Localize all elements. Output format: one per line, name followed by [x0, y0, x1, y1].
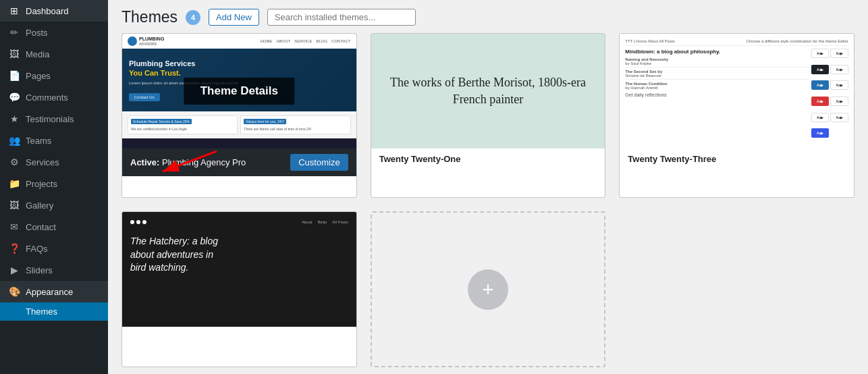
preview-2023-sub: Get daily reflections: [625, 92, 809, 97]
hatchery-nav: About Birds All Posts: [130, 220, 348, 224]
nav-item: ABOUT: [277, 39, 291, 43]
plumbing-service-card: Schedule Repair Service & Save 25% We ar…: [128, 115, 238, 134]
sidebar-item-testimonials[interactable]: ★ Testimonials: [0, 108, 108, 130]
plumbing-logo: PLUMBINGADVISORS: [128, 36, 164, 46]
swatch-3: Aa▶: [811, 65, 830, 74]
projects-icon: 📁: [8, 178, 20, 189]
plumbing-services: Schedule Repair Service & Save 25% We ar…: [122, 111, 356, 138]
preview-2023-content: Mindblown: a blog about philosophy. Nami…: [625, 49, 848, 143]
preview-2023-top: TTT | Home About All Posts Choose a diff…: [625, 39, 848, 46]
sidebar-item-faqs[interactable]: ❓ FAQs: [0, 238, 108, 259]
sidebar-item-label: Comments: [26, 92, 68, 103]
theme-card-plumbing[interactable]: PLUMBINGADVISORS HOME ABOUT SERVICE BLOG…: [121, 33, 357, 198]
services-icon: ⚙: [8, 157, 20, 167]
preview-2023-main-title: Mindblown: a blog about philosophy.: [625, 49, 809, 55]
sidebar-item-services[interactable]: ⚙ Services: [0, 151, 108, 173]
swatch-6: Aa▶: [830, 80, 848, 90]
sidebar-item-sliders[interactable]: ▶ Sliders: [0, 259, 108, 281]
theme-name-bar-2021: Twenty Twenty-One: [371, 149, 605, 169]
preview-2023-bg: TTT | Home About All Posts Choose a diff…: [620, 34, 854, 149]
sidebar-item-teams[interactable]: 👥 Teams: [0, 130, 108, 151]
swatch-7: Aa▶: [811, 97, 830, 106]
theme-card-hatchery[interactable]: About Birds All Posts The Hatchery: a bl…: [121, 211, 357, 367]
add-theme-icon: +: [468, 269, 508, 310]
sidebar-item-media[interactable]: 🖼 Media: [0, 43, 108, 65]
posts-icon: ✏: [8, 27, 20, 38]
sidebar-item-label: Teams: [26, 136, 51, 146]
sliders-icon: ▶: [8, 265, 20, 275]
sidebar-item-comments[interactable]: 💬 Comments: [0, 86, 108, 108]
active-theme-name: Plumbing Agency Pro: [162, 157, 246, 167]
sidebar-item-label: Contact: [26, 222, 56, 232]
plumbing-cta-btn[interactable]: Contact Us: [129, 93, 160, 101]
theme-preview-2021: The works of Berthe Morisot, 1800s-era F…: [371, 34, 605, 149]
sidebar-item-label: Sliders: [26, 265, 53, 275]
contact-icon: ✉: [8, 221, 20, 232]
comments-icon: 💬: [8, 92, 20, 103]
page-title: Themes: [121, 8, 178, 26]
add-theme-card[interactable]: +: [371, 211, 606, 367]
nav-item: HOME: [261, 39, 273, 43]
plumbing-logo-icon: [128, 36, 137, 46]
teams-icon: 👥: [8, 135, 20, 146]
swatch-2: Aa▶: [830, 49, 848, 58]
appearance-icon: 🎨: [8, 286, 20, 297]
theme-card-2023[interactable]: TTT | Home About All Posts Choose a diff…: [619, 33, 855, 198]
sidebar-item-posts[interactable]: ✏ Posts: [0, 22, 108, 43]
testimonials-icon: ★: [8, 113, 20, 124]
sidebar-item-dashboard[interactable]: ⊞ Dashboard: [0, 0, 108, 22]
hatchery-preview-title: The Hatchery: a blogabout adventures inb…: [130, 235, 348, 275]
sidebar-item-label: Projects: [26, 179, 57, 189]
themes-grid: PLUMBINGADVISORS HOME ABOUT SERVICE BLOG…: [108, 33, 868, 374]
theme-details-overlay[interactable]: Theme Details: [184, 78, 294, 105]
sidebar-item-themes[interactable]: Themes: [0, 302, 108, 321]
theme-name-bar-2023: Twenty Twenty-Three: [620, 149, 854, 169]
sidebar-item-pages[interactable]: 📄 Pages: [0, 65, 108, 86]
theme-active-footer: Active: Plumbing Agency Pro Customize: [122, 149, 356, 176]
preview-hatchery-bg: About Birds All Posts The Hatchery: a bl…: [122, 212, 356, 327]
plumbing-logo-text: PLUMBINGADVISORS: [139, 36, 164, 46]
sidebar-item-appearance[interactable]: 🎨 Appearance: [0, 281, 108, 302]
theme-card-2021[interactable]: The works of Berthe Morisot, 1800s-era F…: [371, 33, 606, 198]
swatch-4: Aa▶: [830, 65, 848, 74]
sidebar-item-label: Pages: [26, 71, 51, 81]
swatch-1: Aa▶: [811, 49, 830, 58]
sidebar-sub-label: Themes: [26, 306, 57, 317]
sidebar-item-gallery[interactable]: 🖼 Gallery: [0, 194, 108, 216]
hatchery-nav-links: About Birds All Posts: [302, 220, 348, 224]
preview-2023-right: Aa▶ Aa▶ Aa▶ Aa▶ Aa▶ Aa▶ Aa▶ Aa▶ Aa▶ Aa▶ …: [811, 49, 848, 143]
swatch-9: Aa▶: [811, 113, 830, 122]
service-badge-2: Always here for you, 24/7: [244, 119, 286, 124]
swatch-5: Aa▶: [811, 80, 830, 90]
theme-name-bar-hatchery: [122, 327, 356, 338]
plumbing-nav: HOME ABOUT SERVICE BLOG CONTACT: [261, 39, 351, 43]
plumbing-hero-title: Plumbing ServicesYou Can Trust.: [129, 59, 350, 78]
nav-item: BLOG: [316, 39, 327, 43]
preview-2023-posts: Naming and Necessityby Saul Kripke The S…: [625, 57, 809, 90]
logo-dot-2: [136, 220, 140, 224]
search-input[interactable]: [267, 9, 416, 26]
logo-dot-3: [142, 220, 146, 224]
sidebar-item-projects[interactable]: 📁 Projects: [0, 173, 108, 194]
gallery-icon: 🖼: [8, 200, 20, 211]
active-text: Active:: [130, 157, 159, 167]
add-new-button[interactable]: Add New: [209, 9, 259, 26]
themes-count-badge: 4: [186, 10, 200, 25]
sidebar-item-label: Media: [26, 49, 49, 59]
sidebar-item-label: Services: [26, 157, 59, 167]
hatchery-logo: [130, 220, 146, 224]
sidebar-item-label: Posts: [26, 28, 48, 38]
page-header: Themes 4 Add New: [108, 0, 868, 33]
sidebar-item-label: Testimonials: [26, 114, 74, 124]
plumbing-header: PLUMBINGADVISORS HOME ABOUT SERVICE BLOG…: [122, 34, 356, 49]
pages-icon: 📄: [8, 70, 20, 81]
nav-item: SERVICE: [294, 39, 312, 43]
active-theme-label: Active: Plumbing Agency Pro: [130, 157, 246, 167]
service-badge: Schedule Repair Service & Save 25%: [131, 119, 192, 124]
sidebar-item-contact[interactable]: ✉ Contact: [0, 216, 108, 238]
customize-button[interactable]: Customize: [290, 154, 348, 171]
hatchery-nav-birds: Birds: [318, 220, 327, 224]
service-desc-2: There are theme call rates of time of em…: [244, 127, 347, 131]
nav-item: CONTACT: [331, 39, 351, 43]
plumbing-service-card-2: Always here for you, 24/7 There are them…: [240, 115, 350, 134]
